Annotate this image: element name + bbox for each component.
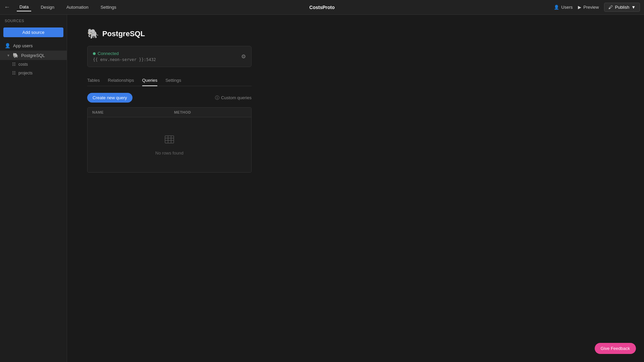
custom-queries-label: Custom queries bbox=[221, 95, 252, 100]
publish-chevron-icon: ▼ bbox=[631, 5, 636, 10]
queries-toolbar: Create new query ⓘ Custom queries bbox=[87, 93, 252, 103]
table-header: NAME METHOD bbox=[88, 108, 251, 117]
publish-icon: 🖊 bbox=[608, 5, 613, 10]
queries-table: NAME METHOD No rows found bbox=[87, 107, 252, 173]
table-empty-state: No rows found bbox=[88, 117, 251, 172]
preview-label: Preview bbox=[583, 5, 599, 10]
body-area: Sources Add source 👤 App users ▼ 🐘 Postg… bbox=[0, 15, 644, 362]
connection-info: Connected {{ env.neon-server }}:5432 bbox=[93, 51, 156, 62]
status-dot-icon bbox=[93, 52, 96, 55]
tab-data[interactable]: Data bbox=[17, 3, 31, 11]
give-feedback-button[interactable]: Give Feedback bbox=[595, 343, 636, 354]
svg-rect-0 bbox=[165, 136, 174, 143]
main-content: 🐘 PostgreSQL Connected {{ env.neon-serve… bbox=[67, 15, 644, 362]
connection-url: {{ env.neon-server }}:5432 bbox=[93, 57, 156, 62]
postgresql-icon: 🐘 bbox=[87, 28, 99, 39]
app-users-icon: 👤 bbox=[5, 43, 10, 48]
col-method: METHOD bbox=[169, 108, 251, 117]
connection-card: Connected {{ env.neon-server }}:5432 ⚙ bbox=[87, 46, 252, 67]
sidebar-item-costs[interactable]: ☷ costs bbox=[0, 60, 67, 69]
users-label: Users bbox=[561, 5, 573, 10]
tab-settings[interactable]: Settings bbox=[98, 3, 119, 11]
connection-settings-button[interactable]: ⚙ bbox=[241, 53, 246, 60]
publish-button[interactable]: 🖊 Publish ▼ bbox=[604, 3, 640, 12]
sidebar-item-postgresql[interactable]: ▼ 🐘 PostgreSQL bbox=[0, 51, 67, 60]
col-name: NAME bbox=[88, 108, 169, 117]
nav-left: ← Data Design Automation Settings bbox=[4, 3, 119, 11]
tab-tables[interactable]: Tables bbox=[87, 75, 100, 86]
sidebar-item-app-users[interactable]: 👤 App users bbox=[0, 41, 67, 51]
chevron-down-icon: ▼ bbox=[7, 54, 10, 57]
sources-header: Sources bbox=[0, 15, 67, 25]
panel-title: PostgreSQL bbox=[102, 29, 145, 38]
no-rows-text: No rows found bbox=[155, 150, 183, 156]
table-icon-costs: ☷ bbox=[12, 62, 16, 67]
top-navigation: ← Data Design Automation Settings CostsP… bbox=[0, 0, 644, 15]
app-users-label: App users bbox=[13, 43, 33, 48]
status-text: Connected bbox=[98, 51, 119, 56]
add-source-button[interactable]: Add source bbox=[3, 27, 63, 37]
nav-right: 👤 Users ▶ Preview 🖊 Publish ▼ bbox=[554, 3, 640, 12]
table-icon-projects: ☷ bbox=[12, 71, 16, 75]
custom-queries-link[interactable]: ⓘ Custom queries bbox=[215, 95, 252, 101]
panel-header: 🐘 PostgreSQL bbox=[87, 28, 624, 39]
postgresql-label: PostgreSQL bbox=[21, 53, 45, 58]
sidebar-item-projects[interactable]: ☷ projects bbox=[0, 69, 67, 77]
preview-button[interactable]: ▶ Preview bbox=[578, 5, 599, 10]
tab-relationships[interactable]: Relationships bbox=[108, 75, 134, 86]
projects-label: projects bbox=[18, 71, 33, 75]
connection-status: Connected bbox=[93, 51, 156, 56]
create-new-query-button[interactable]: Create new query bbox=[87, 93, 132, 103]
sidebar: Sources Add source 👤 App users ▼ 🐘 Postg… bbox=[0, 15, 67, 362]
costs-label: costs bbox=[18, 62, 28, 67]
question-icon: ⓘ bbox=[215, 95, 219, 101]
tab-design[interactable]: Design bbox=[38, 3, 57, 11]
empty-table-icon bbox=[164, 134, 175, 147]
tab-automation[interactable]: Automation bbox=[64, 3, 91, 11]
back-button[interactable]: ← bbox=[4, 4, 10, 11]
preview-icon: ▶ bbox=[578, 5, 581, 10]
tab-queries[interactable]: Queries bbox=[142, 75, 158, 86]
db-tabs: Tables Relationships Queries Settings bbox=[87, 75, 252, 86]
app-title: CostsProto bbox=[309, 5, 334, 10]
users-button[interactable]: 👤 Users bbox=[554, 5, 573, 10]
postgresql-db-icon: 🐘 bbox=[13, 53, 18, 58]
tab-db-settings[interactable]: Settings bbox=[165, 75, 181, 86]
publish-label: Publish bbox=[615, 5, 629, 10]
users-icon: 👤 bbox=[554, 5, 559, 10]
